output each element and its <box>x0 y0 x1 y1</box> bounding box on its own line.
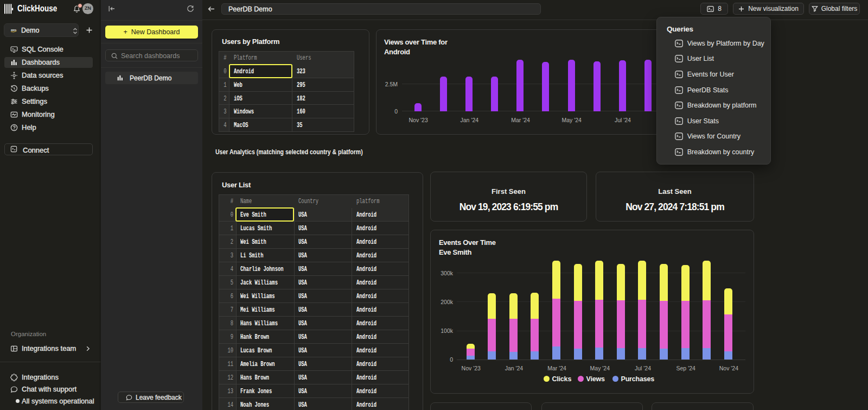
svg-text:aws: aws <box>11 28 16 31</box>
